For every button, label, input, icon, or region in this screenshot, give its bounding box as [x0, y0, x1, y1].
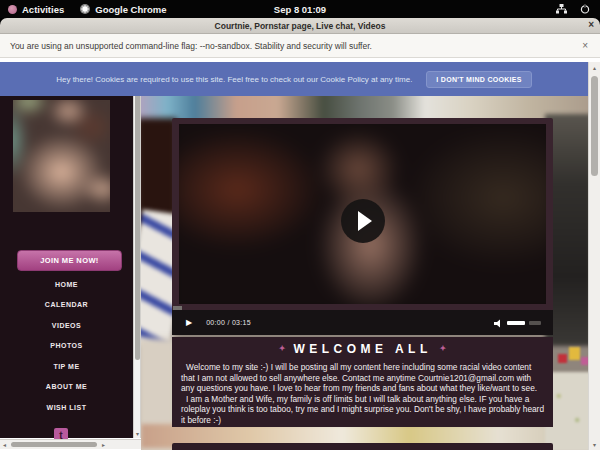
profile-photo-blur	[13, 100, 110, 212]
welcome-paragraph-2: I am a Mother and Wife, my family is off…	[172, 394, 553, 426]
video-time-display: 00:00 / 03:15	[206, 319, 251, 326]
sidebar-hscroll-right-icon[interactable]: ▸	[99, 441, 108, 448]
volume-slider-track[interactable]	[529, 321, 541, 325]
window-title-bar: Courtnie, Pornstar page, Live chat, Vide…	[0, 18, 600, 34]
web-page: JOIN ME NOW! HOME CALENDAR VIDEOS PHOTOS…	[0, 58, 600, 450]
gift-box-yellow	[569, 347, 580, 360]
sidebar-menu: HOME CALENDAR VIDEOS PHOTOS TIP ME ABOUT…	[0, 274, 133, 418]
sidebar-item-about-me[interactable]: ABOUT ME	[0, 377, 133, 398]
sidebar-item-photos[interactable]: PHOTOS	[0, 336, 133, 357]
gift-box-red	[558, 354, 567, 363]
activities-button[interactable]: Activities	[0, 0, 72, 18]
sparkle-icon: ✦	[439, 344, 446, 353]
system-tray	[556, 4, 600, 14]
play-icon	[358, 211, 372, 231]
infobar-close-icon[interactable]: ×	[582, 40, 588, 51]
gift-box-pink	[581, 357, 588, 365]
video-control-bar: ▶ 00:00 / 03:15	[172, 310, 553, 335]
profile-photo	[13, 100, 110, 212]
video-player-panel: ▶ 00:00 / 03:15	[172, 118, 553, 335]
sidebar-vscroll-thumb[interactable]	[135, 92, 140, 360]
app-menu-button[interactable]: Google Chrome	[72, 0, 174, 18]
sidebar-item-home[interactable]: HOME	[0, 274, 133, 295]
welcome-title: ✦ WELCOME ALL ✦	[172, 342, 553, 356]
sidebar-item-tip-me[interactable]: TIP ME	[0, 356, 133, 377]
activities-icon	[8, 5, 17, 14]
sidebar-horizontal-scrollbar[interactable]: ◂ ▸	[0, 439, 141, 449]
page-vertical-scrollbar[interactable]: ▴ ▾	[588, 62, 600, 450]
power-icon[interactable]	[580, 4, 590, 14]
welcome-paragraph-1: Welcome to my site :-) I will be posting…	[172, 362, 553, 394]
activities-label: Activities	[22, 4, 64, 15]
sidebar-hscroll-left-icon[interactable]: ◂	[0, 441, 9, 448]
next-content-panel	[172, 443, 553, 450]
gnome-top-bar: Activities Google Chrome Sep 8 01:09	[0, 0, 600, 18]
sidebar-vscroll-down-icon[interactable]: ▾	[134, 430, 141, 437]
cookie-message: Hey there! Cookies are required to use t…	[56, 75, 412, 84]
sidebar-item-calendar[interactable]: CALENDAR	[0, 295, 133, 316]
infobar-message: You are using an unsupported command-lin…	[0, 41, 372, 51]
clock[interactable]: Sep 8 01:09	[274, 4, 326, 15]
page-vscroll-up-icon[interactable]: ▴	[589, 64, 600, 71]
sidebar-item-wish-list[interactable]: WISH LIST	[0, 397, 133, 418]
window-close-icon[interactable]: ×	[588, 19, 594, 30]
network-icon[interactable]	[556, 4, 567, 14]
chrome-infobar: You are using an unsupported command-lin…	[0, 34, 600, 58]
window-title: Courtnie, Pornstar page, Live chat, Vide…	[215, 21, 386, 31]
welcome-title-text: WELCOME ALL	[293, 342, 431, 356]
sparkle-icon: ✦	[279, 344, 286, 353]
sidebar-item-videos[interactable]: VIDEOS	[0, 315, 133, 336]
cookie-notice-bar: Hey there! Cookies are required to use t…	[0, 62, 588, 96]
video-play-button[interactable]: ▶	[186, 318, 192, 327]
video-screen[interactable]	[179, 124, 546, 304]
sidebar-vertical-scrollbar[interactable]: ▾	[133, 62, 141, 438]
join-me-now-button[interactable]: JOIN ME NOW!	[17, 250, 122, 271]
sidebar: JOIN ME NOW! HOME CALENDAR VIDEOS PHOTOS…	[0, 62, 133, 438]
page-vscroll-down-icon[interactable]: ▾	[589, 441, 600, 448]
cookie-accept-button[interactable]: I DON'T MIND COOKIES	[426, 71, 531, 88]
volume-slider-fill[interactable]	[507, 321, 525, 325]
sidebar-hscroll-thumb[interactable]	[11, 442, 97, 447]
page-vscroll-thumb[interactable]	[591, 76, 598, 176]
welcome-panel: ✦ WELCOME ALL ✦ Welcome to my site :-) I…	[172, 337, 553, 427]
volume-icon[interactable]	[494, 314, 503, 332]
video-volume-controls	[494, 314, 541, 332]
chrome-icon	[80, 4, 90, 14]
video-big-play-button[interactable]	[341, 199, 385, 243]
app-menu-label: Google Chrome	[95, 4, 166, 15]
